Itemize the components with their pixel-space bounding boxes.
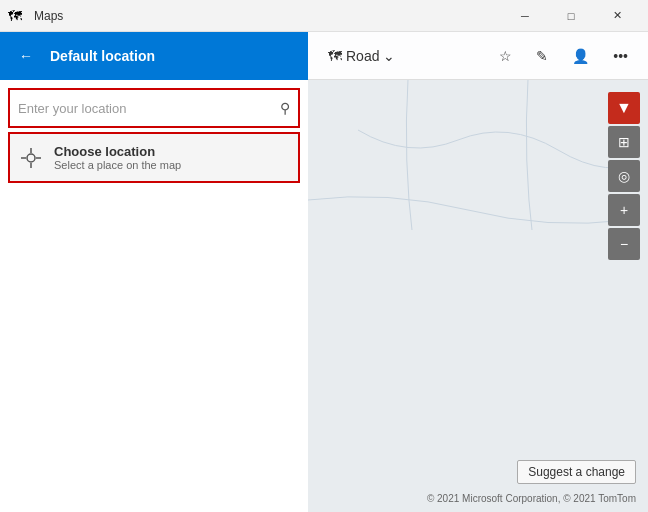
panel-back-button[interactable]: ← [12, 42, 40, 70]
map-toolbar: 🗺 Road ⌄ ☆ ✎ 👤 ••• [308, 32, 648, 80]
compass-button[interactable]: ◎ [608, 160, 640, 192]
location-search-input[interactable] [18, 101, 274, 116]
person-icon: 👤 [572, 48, 589, 64]
pin-icon: ▼ [616, 99, 632, 117]
app-icon: 🗺 [8, 8, 22, 24]
road-label: Road [346, 48, 379, 64]
favorites-button[interactable]: ☆ [491, 44, 520, 68]
location-search-icon-button[interactable]: ⚲ [280, 100, 290, 116]
draw-button[interactable]: ✎ [528, 44, 556, 68]
compass-icon: ◎ [618, 168, 630, 184]
map-canvas [308, 80, 608, 230]
pen-icon: ✎ [536, 48, 548, 64]
grid-view-button[interactable]: ⊞ [608, 126, 640, 158]
close-button[interactable]: ✕ [594, 0, 640, 32]
map-area[interactable]: 🗺 Road ⌄ ☆ ✎ 👤 ••• [308, 32, 648, 512]
sidebar: 🔍 ◎ Default location ✕ ← Default locatio… [0, 32, 308, 512]
app-body: 🔍 ◎ Default location ✕ ← Default locatio… [0, 32, 648, 512]
app-title: Maps [34, 9, 494, 23]
zoom-out-button[interactable]: − [608, 228, 640, 260]
map-controls: ▼ ⊞ ◎ + − [608, 92, 640, 260]
panel-title: Default location [50, 48, 296, 64]
choose-location-icon [20, 147, 42, 169]
map-copyright: © 2021 Microsoft Corporation, © 2021 Tom… [427, 493, 636, 504]
more-button[interactable]: ••• [605, 44, 636, 68]
location-pin-button[interactable]: ▼ [608, 92, 640, 124]
location-search-box[interactable]: ⚲ [8, 88, 300, 128]
choose-location-sublabel: Select a place on the map [54, 159, 181, 171]
star-icon: ☆ [499, 48, 512, 64]
zoom-in-button[interactable]: + [608, 194, 640, 226]
minus-icon: − [620, 236, 628, 252]
svg-point-0 [27, 154, 35, 162]
choose-location-item[interactable]: Choose location Select a place on the ma… [8, 132, 300, 183]
grid-icon: ⊞ [618, 134, 630, 150]
maximize-button[interactable]: □ [548, 0, 594, 32]
road-map-icon: 🗺 [328, 48, 342, 64]
more-icon: ••• [613, 48, 628, 64]
plus-icon: + [620, 202, 628, 218]
window-controls: ─ □ ✕ [502, 0, 640, 32]
title-bar: 🗺 Maps ─ □ ✕ [0, 0, 648, 32]
panel-header: ← Default location [0, 32, 308, 80]
choose-location-text: Choose location Select a place on the ma… [54, 144, 181, 171]
panel-body: ⚲ Choose locati [0, 80, 308, 191]
default-location-panel: ← Default location ⚲ [0, 32, 308, 191]
suggest-change-button[interactable]: Suggest a change [517, 460, 636, 484]
profile-button[interactable]: 👤 [564, 44, 597, 68]
choose-location-label: Choose location [54, 144, 181, 159]
road-view-button[interactable]: 🗺 Road ⌄ [320, 44, 403, 68]
minimize-button[interactable]: ─ [502, 0, 548, 32]
road-chevron-icon: ⌄ [383, 48, 395, 64]
search-icon: ⚲ [280, 100, 290, 116]
